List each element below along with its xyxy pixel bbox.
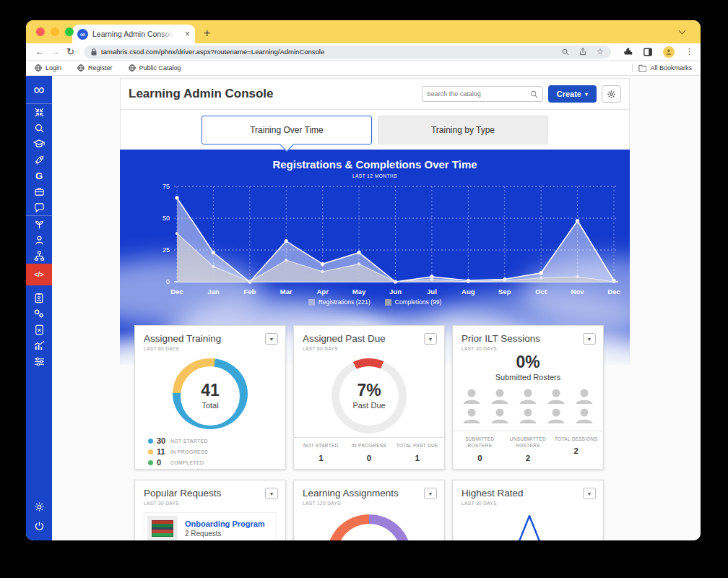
card-dropdown-button[interactable]: ▼ — [424, 488, 437, 499]
sidebar-item-google[interactable]: G — [26, 168, 52, 184]
tab-close-icon[interactable]: × — [185, 30, 190, 38]
card-dropdown-button[interactable]: ▼ — [265, 333, 278, 345]
share-icon[interactable] — [579, 48, 586, 56]
sidebar-item-logout[interactable] — [34, 521, 45, 535]
sidebar-item-chat[interactable] — [26, 199, 52, 215]
close-window-button[interactable] — [36, 27, 45, 36]
bookmark-register[interactable]: Register — [77, 64, 113, 72]
browser-tab[interactable]: ∞ Learning Admin Console - Re × — [72, 25, 195, 43]
sidebar-item-analytics[interactable] — [26, 337, 52, 353]
back-button[interactable]: ← — [33, 47, 46, 56]
browser-window: ∞ Learning Admin Console - Re × + ← → ↻ … — [26, 20, 701, 540]
request-list-item[interactable]: Onboarding Program 2 Requests — [144, 512, 277, 540]
popular-requests-card: Popular Requests LAST 30 DAYS ▼ Onboardi… — [134, 480, 286, 540]
search-input[interactable] — [427, 90, 530, 98]
profile-avatar[interactable] — [663, 46, 675, 58]
lock-icon — [91, 48, 97, 56]
legend-dot — [148, 460, 153, 465]
bookmark-label: Login — [46, 64, 61, 72]
sidebar-item-code-active[interactable]: </> — [26, 264, 52, 285]
sidebar-item-learning[interactable] — [26, 136, 52, 152]
card-dropdown-button[interactable]: ▼ — [583, 488, 596, 499]
clipboard-person-icon — [34, 293, 44, 303]
tab-search-chevron-icon[interactable] — [679, 27, 686, 35]
all-bookmarks-button[interactable]: All Bookmarks — [638, 64, 692, 72]
globe-icon — [129, 64, 136, 72]
side-panel-icon[interactable] — [644, 48, 652, 56]
svg-text:Mar: Mar — [280, 288, 292, 296]
stat-label: SUBMITTED ROSTERS — [456, 436, 504, 450]
card-title: Prior ILT Sessions — [462, 333, 594, 344]
reload-button[interactable]: ↻ — [64, 47, 77, 56]
toolbar-right: ⋮ — [624, 46, 693, 58]
stat-value: 2 — [504, 454, 552, 462]
create-button-label: Create — [557, 90, 581, 98]
sidebar-item-settings[interactable] — [34, 501, 45, 515]
extensions-icon[interactable] — [624, 48, 633, 56]
sidebar-item-preferences[interactable] — [26, 353, 52, 369]
card-title: Popular Requests — [144, 488, 277, 499]
sidebar-item-growth[interactable] — [26, 216, 52, 232]
app-header: Learning Admin Console Create▾ — [120, 78, 630, 110]
sidebar-item-profile[interactable] — [26, 232, 52, 248]
sidebar-item-toolbox[interactable] — [26, 184, 52, 199]
assigned-past-due-card: Assigned Past Due LAST 60 DAYS ▼ 7% Past… — [293, 325, 445, 470]
address-bar[interactable]: tamahris.csod.com/phnx/driver.aspx?route… — [84, 46, 611, 59]
legend-dot — [148, 449, 153, 454]
maximize-window-button[interactable] — [65, 27, 74, 36]
svg-text:Feb: Feb — [243, 288, 256, 296]
person-silhouette-icon — [519, 407, 537, 424]
settings-button[interactable] — [602, 85, 621, 103]
stat-value: 1 — [393, 454, 441, 462]
sidebar-item-launch[interactable] — [26, 152, 52, 168]
card-period: LAST 30 DAYS — [462, 346, 594, 351]
create-button[interactable]: Create▾ — [548, 85, 597, 103]
sidebar-item-org-chart[interactable] — [26, 248, 52, 264]
gear-icon — [607, 90, 616, 99]
bookmark-public-catalog[interactable]: Public Catalog — [129, 64, 181, 72]
tab-notch — [280, 137, 294, 152]
tab-training-over-time[interactable]: Training Over Time — [202, 116, 372, 144]
ilt-percent: 0% — [453, 354, 603, 371]
person-silhouette-icon — [547, 407, 566, 424]
tab-training-by-type[interactable]: Training by Type — [378, 116, 548, 144]
sidebar-item-collapse[interactable] — [26, 104, 52, 120]
sidebar-item-search[interactable] — [26, 120, 52, 136]
card-dropdown-button[interactable]: ▼ — [424, 333, 437, 345]
bookmark-login[interactable]: Login — [35, 64, 61, 72]
donut-total-label: Total — [202, 401, 218, 410]
forward-button[interactable]: → — [48, 47, 61, 56]
sidebar-item-automation[interactable] — [26, 306, 52, 322]
catalog-search-box[interactable] — [422, 86, 543, 102]
training-thumbnail — [147, 516, 178, 540]
training-link[interactable]: Onboarding Program — [185, 519, 265, 528]
zoom-icon[interactable] — [562, 48, 569, 56]
sidebar-item-badge[interactable] — [26, 290, 52, 306]
chevron-down-icon: ▾ — [585, 91, 588, 98]
bookmark-star-icon[interactable]: ☆ — [597, 47, 604, 56]
svg-text:Jun: Jun — [389, 288, 402, 296]
new-tab-button[interactable]: + — [204, 27, 210, 40]
svg-text:May: May — [352, 288, 366, 296]
card-period: LAST 60 DAYS — [144, 346, 277, 351]
chart-title: Registrations & Completions Over Time — [120, 158, 630, 171]
svg-text:Aug: Aug — [462, 288, 475, 296]
person-silhouette-icon — [575, 388, 594, 405]
minimize-window-button[interactable] — [51, 27, 59, 36]
url-text: tamahris.csod.com/phnx/driver.aspx?route… — [101, 48, 558, 56]
browser-menu-icon[interactable]: ⋮ — [685, 47, 693, 56]
roster-people-icons — [453, 388, 603, 424]
legend-label: Completions (99) — [395, 298, 442, 306]
card-dropdown-button[interactable]: ▼ — [583, 333, 596, 345]
svg-text:0: 0 — [166, 278, 170, 285]
sidebar-item-reports[interactable] — [26, 322, 52, 337]
card-stats: NOT STARTED1 IN PROGRESS0 TOTAL PAST DUE… — [294, 437, 444, 469]
card-dropdown-button[interactable]: ▼ — [265, 488, 278, 499]
person-silhouette-icon — [547, 388, 566, 405]
svg-text:Nov: Nov — [571, 288, 585, 296]
svg-text:Jul: Jul — [427, 288, 437, 296]
stat-label: TOTAL SESSIONS — [552, 436, 600, 443]
highest-rated-line-chart — [463, 510, 593, 540]
svg-text:Jan: Jan — [207, 288, 220, 296]
app-sidebar: ∞ G </> — [26, 76, 52, 540]
